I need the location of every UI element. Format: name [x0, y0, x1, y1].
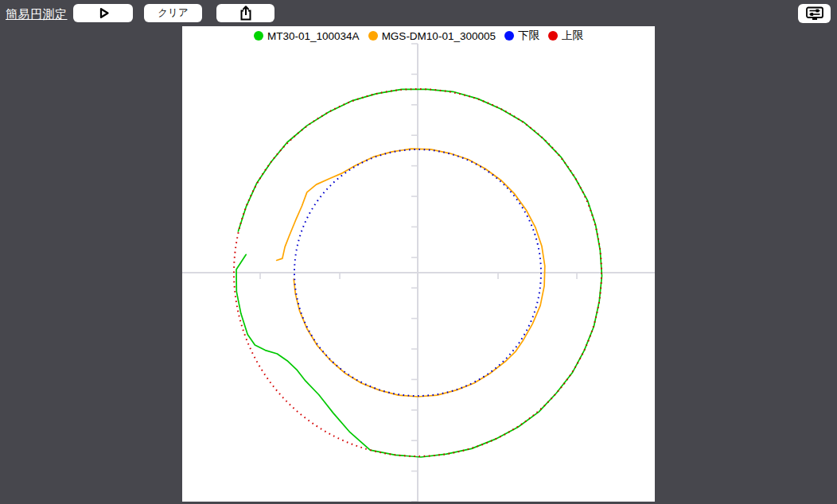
clear-button[interactable]: クリア — [144, 4, 202, 22]
page-title-link[interactable]: 簡易円測定 — [6, 7, 68, 22]
measurement-chart-panel: MT30-01_100034A MGS-DM10-01_300005 下限 上限 — [182, 26, 655, 502]
plot-svg — [182, 26, 655, 502]
run-button[interactable] — [73, 4, 133, 22]
play-icon — [96, 6, 111, 20]
top-toolbar: 簡易円測定 クリア — [0, 0, 837, 26]
share-export-icon — [238, 5, 254, 21]
display-settings-button[interactable] — [798, 4, 831, 23]
display-settings-icon — [805, 6, 824, 21]
export-button[interactable] — [216, 4, 274, 22]
